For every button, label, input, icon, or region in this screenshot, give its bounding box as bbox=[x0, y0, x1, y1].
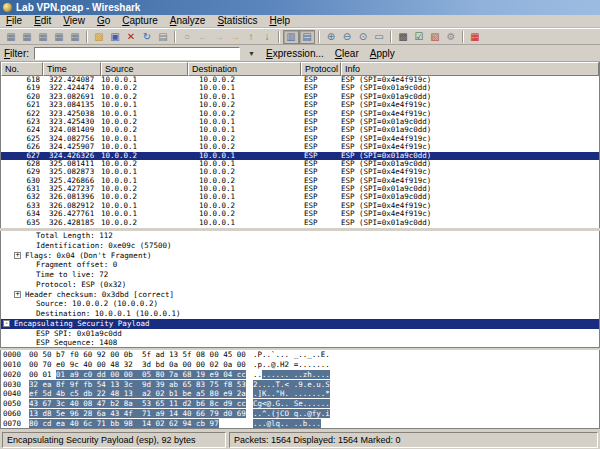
column-header-destination[interactable]: Destination bbox=[188, 62, 301, 76]
filter-label: Filter: bbox=[4, 48, 29, 59]
detail-line[interactable]: Total Length: 112 bbox=[1, 231, 599, 241]
menu-item[interactable]: Go bbox=[91, 15, 116, 27]
detail-line[interactable]: + Header checksum: 0x3dbd [correct] bbox=[1, 290, 599, 300]
save-file-icon[interactable]: ▣ bbox=[107, 30, 123, 44]
main-toolbar: ▦▦▦▦▦▨▣✕↻▤○←→→↑↓▥▤⊕⊖⊙▭▩☑▧⚙▦ bbox=[0, 28, 600, 45]
tree-expander-icon[interactable]: + bbox=[14, 291, 21, 298]
wireshark-app-icon bbox=[3, 3, 12, 12]
packet-list-header: No. Time Source Destination Protocol Inf… bbox=[1, 62, 599, 76]
tree-expander-icon[interactable]: - bbox=[3, 320, 10, 327]
toolbar-separator bbox=[318, 31, 320, 43]
menu-item[interactable]: View bbox=[57, 15, 91, 27]
toolbar-separator bbox=[390, 31, 392, 43]
detail-line[interactable]: Destination: 10.0.0.1 (10.0.0.1) bbox=[1, 309, 599, 319]
hex-row[interactable]: 0020 00 01 01 a9 c0 dd 00 00 05 80 7a 68… bbox=[1, 370, 599, 380]
menu-item[interactable]: Help bbox=[263, 15, 296, 27]
filter-dropdown-arrow-icon[interactable]: ▼ bbox=[245, 47, 258, 60]
toolbar-separator bbox=[278, 31, 280, 43]
go-to-top-icon[interactable]: ↑ bbox=[243, 30, 259, 44]
capture-restart-icon[interactable]: ▦ bbox=[67, 30, 83, 44]
find-packet-icon[interactable]: ○ bbox=[179, 30, 195, 44]
column-header-source[interactable]: Source bbox=[101, 62, 188, 76]
close-file-icon[interactable]: ✕ bbox=[123, 30, 139, 44]
coloring-rules-icon[interactable]: ▧ bbox=[427, 30, 443, 44]
go-forward-icon[interactable]: → bbox=[211, 30, 227, 44]
tree-expander-icon[interactable]: + bbox=[14, 252, 21, 259]
go-to-packet-icon[interactable]: → bbox=[227, 30, 243, 44]
packet-list-pane: No. Time Source Destination Protocol Inf… bbox=[0, 62, 600, 228]
hex-row[interactable]: 0000 00 50 b7 f0 60 92 00 0b 5f ad 13 5f… bbox=[1, 350, 599, 360]
detail-line[interactable]: - Encapsulating Security Payload bbox=[1, 319, 599, 329]
packet-row[interactable]: 635 326.428185 10.0.0.2 10.0.0.1 ESP ESP… bbox=[1, 219, 599, 227]
expression-button[interactable]: Expression... bbox=[263, 48, 327, 59]
toolbar-separator bbox=[174, 31, 176, 43]
toolbar-separator bbox=[86, 31, 88, 43]
preferences-icon[interactable]: ⚙ bbox=[443, 30, 459, 44]
window-title: Lab VPN.pcap - Wireshark bbox=[16, 2, 140, 13]
display-filters-icon[interactable]: ☑ bbox=[411, 30, 427, 44]
hex-row[interactable]: 0040 ef 5d 4b c5 db 22 48 13 a2 02 b1 be… bbox=[1, 389, 599, 399]
capture-stop-icon[interactable]: ▦ bbox=[51, 30, 67, 44]
hex-row[interactable]: 0060 13 d8 5e 96 28 6a 43 4f 71 a9 14 40… bbox=[1, 409, 599, 419]
apply-button[interactable]: Apply bbox=[367, 48, 398, 59]
colorize-toggle-icon[interactable]: ▥ bbox=[283, 30, 299, 44]
zoom-in-icon[interactable]: ⊕ bbox=[323, 30, 339, 44]
hex-row[interactable]: 0070 80 cd ea 40 6c 71 bb 98 14 02 62 94… bbox=[1, 419, 599, 429]
open-file-icon[interactable]: ▨ bbox=[91, 30, 107, 44]
status-bar: Encapsulating Security Payload (esp), 92… bbox=[0, 431, 600, 449]
resize-columns-icon[interactable]: ▭ bbox=[371, 30, 387, 44]
reload-icon[interactable]: ↻ bbox=[139, 30, 155, 44]
menu-item[interactable]: Analyze bbox=[164, 15, 212, 27]
capture-filters-icon[interactable]: ▩ bbox=[395, 30, 411, 44]
detail-line[interactable]: ESP Sequence: 1408 bbox=[1, 338, 599, 348]
menu-item[interactable]: Statistics bbox=[211, 15, 263, 27]
packet-rows: 618 322.424087 10.0.0.1 10.0.0.2 ESP ESP… bbox=[1, 76, 599, 227]
filter-bar: Filter: ▼ Expression... Clear Apply bbox=[0, 45, 600, 62]
menu-bar: FileEditViewGoCaptureAnalyzeStatisticsHe… bbox=[0, 15, 600, 28]
menu-item[interactable]: Capture bbox=[116, 15, 164, 27]
autoscroll-toggle-icon[interactable]: ▤ bbox=[299, 30, 315, 44]
hex-row[interactable]: 0010 00 70 e0 9c 40 00 48 32 3d bd 0a 00… bbox=[1, 360, 599, 370]
detail-line[interactable]: Protocol: ESP (0x32) bbox=[1, 280, 599, 290]
help-icon[interactable]: ▦ bbox=[467, 30, 483, 44]
capture-options-icon[interactable]: ▦ bbox=[19, 30, 35, 44]
toolbar-separator bbox=[462, 31, 464, 43]
column-header-protocol[interactable]: Protocol bbox=[301, 62, 341, 76]
list-interfaces-icon[interactable]: ▦ bbox=[3, 30, 19, 44]
zoom-100-icon[interactable]: ⊙ bbox=[355, 30, 371, 44]
detail-line[interactable]: + Flags: 0x04 (Don't Fragment) bbox=[1, 251, 599, 261]
detail-line[interactable]: Time to live: 72 bbox=[1, 270, 599, 280]
column-header-no[interactable]: No. bbox=[1, 62, 43, 76]
hex-dump-pane: 0000 00 50 b7 f0 60 92 00 0b 5f ad 13 5f… bbox=[0, 350, 600, 429]
hex-row[interactable]: 0050 43 67 3c 40 08 47 b2 8a 53 65 11 d2… bbox=[1, 399, 599, 409]
filter-input[interactable] bbox=[34, 47, 240, 60]
detail-line[interactable]: Fragment offset: 0 bbox=[1, 260, 599, 270]
capture-start-icon[interactable]: ▦ bbox=[35, 30, 51, 44]
packet-details-pane: Total Length: 112 Identification: 0xe09c… bbox=[0, 231, 600, 348]
print-icon[interactable]: ▤ bbox=[155, 30, 171, 44]
detail-line[interactable]: Identification: 0xe09c (57500) bbox=[1, 241, 599, 251]
detail-line[interactable]: ESP SPI: 0x01a9c0dd bbox=[1, 329, 599, 339]
hex-row[interactable]: 0030 32 ea 8f 9f fb 54 13 3c 9d 39 ab 65… bbox=[1, 380, 599, 390]
status-packet-counts: Packets: 1564 Displayed: 1564 Marked: 0 bbox=[229, 432, 598, 448]
go-back-icon[interactable]: ← bbox=[195, 30, 211, 44]
menu-item[interactable]: File bbox=[0, 15, 28, 27]
status-field-info: Encapsulating Security Payload (esp), 92… bbox=[2, 432, 226, 448]
detail-line[interactable]: Source: 10.0.0.2 (10.0.0.2) bbox=[1, 299, 599, 309]
title-bar: Lab VPN.pcap - Wireshark bbox=[0, 0, 600, 15]
column-header-time[interactable]: Time bbox=[43, 62, 101, 76]
zoom-out-icon[interactable]: ⊖ bbox=[339, 30, 355, 44]
go-to-bottom-icon[interactable]: ↓ bbox=[259, 30, 275, 44]
column-header-info[interactable]: Info bbox=[341, 62, 599, 76]
menu-item[interactable]: Edit bbox=[28, 15, 57, 27]
clear-button[interactable]: Clear bbox=[332, 48, 362, 59]
